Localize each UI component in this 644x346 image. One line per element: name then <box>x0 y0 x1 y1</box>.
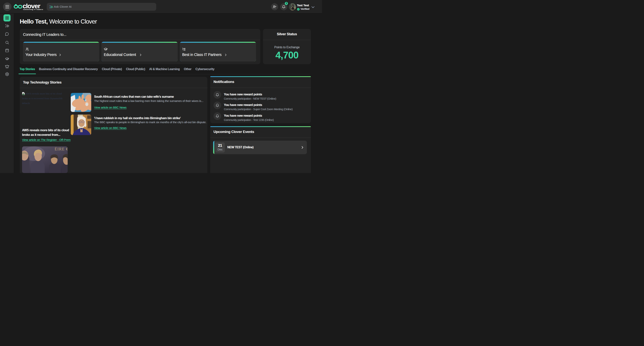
svg-text:ÉIRE €3: ÉIRE €3 <box>55 147 68 151</box>
